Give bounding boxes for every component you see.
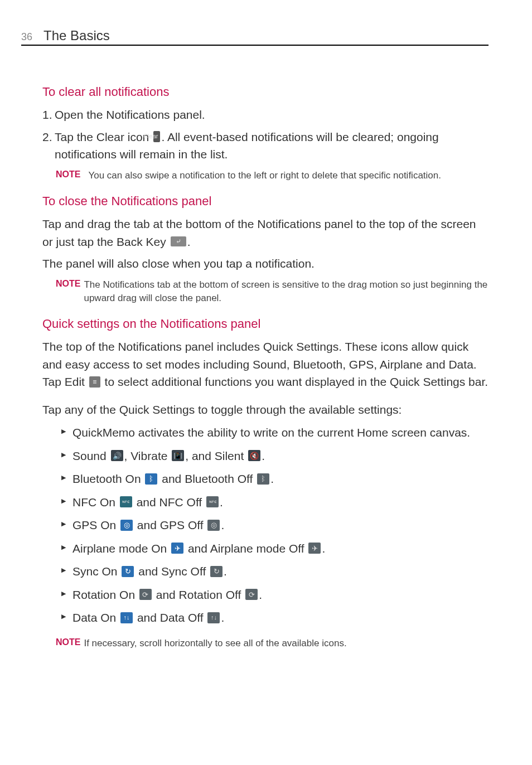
t: . [224,565,227,578]
vibrate-icon: 📳 [172,450,184,461]
bullet-data: Data On ↑↓ and Data Off ↑↓. [61,609,489,627]
note-text: The Notifications tab at the bottom of s… [84,278,489,305]
close-p1-d: . [187,235,191,248]
bullet-sync: Sync On ↻ and Sync Off ↻. [61,563,489,580]
quick-p1: The top of the Notifications panel inclu… [42,338,489,391]
note-quick: NOTE If necessary, scroll horizontally t… [56,637,489,650]
t: , Vibrate [124,449,171,462]
close-p1: Tap and drag the tab at the bottom of th… [42,215,489,250]
quick-p2: Tap any of the Quick Settings to toggle … [42,401,489,419]
back-key-icon: ⤶ [171,236,186,246]
t: . [270,472,274,485]
t: . [221,611,224,624]
bluetooth-on-icon: ᛒ [145,473,157,485]
quick-p1-c [85,375,88,388]
data-off-icon: ↑↓ [207,612,220,623]
t: NFC On [72,496,119,509]
heading-close-panel: To close the Notifications panel [42,194,489,209]
t: and GPS Off [134,519,206,531]
heading-clear-notifications: To clear all notifications [42,85,489,99]
rotation-on-icon: ⟳ [139,589,152,600]
bullet-sound: Sound 🔊, Vibrate 📳, and Silent 🔇. [61,447,489,465]
t: Rotation On [72,588,138,601]
page-number: 36 [21,31,38,43]
t: . [322,542,325,555]
clear-icon: Clear [153,131,160,142]
quick-bullet-list: QuickMemo activates the ability to write… [61,424,489,627]
note-label: NOTE [56,169,80,180]
airplane-off-icon: ✈ [308,543,321,554]
sync-off-icon: ↻ [210,566,223,577]
close-p1-a: Tap and drag the tab at the bottom of th… [42,217,476,248]
t: . [259,588,262,601]
nfc-off-icon: ɴꜰᴄ [206,496,219,507]
bullet-gps: GPS On ◎ and GPS Off ◎. [61,516,489,534]
bullet-bluetooth: Bluetooth On ᛒ and Bluetooth Off ᛒ. [61,470,489,488]
sync-on-icon: ↻ [122,566,134,577]
note-text: If necessary, scroll horizontally to see… [84,637,346,650]
t: and Sync Off [135,565,209,578]
step-2: 2.Tap the Clear icon Clear. All event-ba… [42,128,489,163]
t: Airplane mode On [72,542,170,555]
silent-icon: 🔇 [248,450,260,461]
step-2-bold: Clear [96,130,124,143]
t: Bluetooth On [72,472,144,485]
close-p1-c [166,235,170,248]
airplane-on-icon: ✈ [171,543,183,554]
gps-on-icon: ◎ [120,520,133,531]
t: and NFC Off [133,496,205,509]
bullet-quickmemo: QuickMemo activates the ability to write… [61,424,489,442]
chapter-title: The Basics [43,28,110,43]
note-text: You can also swipe a notification to the… [88,169,441,182]
quick-p1-d: to select additional functions you want … [101,375,488,388]
step-2-a: Tap the [55,130,96,143]
t: and Airplane mode Off [185,542,307,555]
bullet-airplane: Airplane mode On ✈ and Airplane mode Off… [61,540,489,558]
t: Sync On [72,565,120,578]
page-header: 36 The Basics [21,28,489,46]
t: , and Silent [185,449,247,462]
nfc-on-icon: ɴꜰᴄ [120,496,132,507]
note-label: NOTE [56,278,80,289]
note-label: NOTE [56,637,80,647]
close-p1-bold: Back Key [117,235,166,248]
gps-off-icon: ◎ [207,520,220,531]
t: and Bluetooth Off [158,472,256,485]
rotation-off-icon: ⟳ [245,589,258,600]
t: . [262,449,265,462]
step-1-text: Open the Notifications panel. [55,108,205,121]
note-close: NOTE The Notifications tab at the bottom… [56,278,489,305]
bluetooth-off-icon: ᛒ [257,473,269,485]
t: Data On [72,611,119,624]
data-on-icon: ↑↓ [120,612,133,623]
t: Sound [72,449,110,462]
t: and Rotation Off [153,588,244,601]
t: . [220,496,223,509]
t: and Data Off [134,611,206,624]
note-clear: NOTE You can also swipe a notification t… [56,169,489,182]
bullet-rotation: Rotation On ⟳ and Rotation Off ⟳. [61,586,489,604]
quick-p1-bold: Edit [65,375,85,388]
close-p2: The panel will also close when you tap a… [42,255,489,273]
t: . [221,519,224,531]
edit-icon: ≡ [89,376,100,388]
step-1: 1.Open the Notifications panel. [42,106,489,124]
sound-icon: 🔊 [111,450,123,461]
bullet-nfc: NFC On ɴꜰᴄ and NFC Off ɴꜰᴄ. [61,493,489,511]
heading-quick-settings: Quick settings on the Notifications pane… [42,317,489,331]
t: GPS On [72,519,119,531]
